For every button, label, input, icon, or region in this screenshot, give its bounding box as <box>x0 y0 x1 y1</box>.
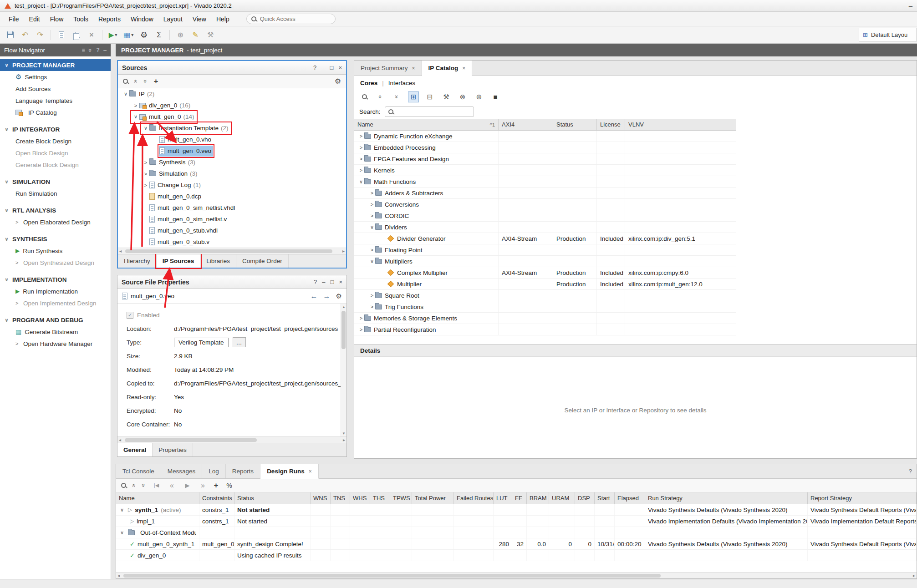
column-axi4[interactable]: AXI4 <box>499 119 553 130</box>
catalog-row-divider-generator[interactable]: Divider GeneratorAXI4-StreamProductionIn… <box>354 233 736 244</box>
chevron-right-icon[interactable]: > <box>142 160 149 165</box>
sidebar-item-run-simulation[interactable]: Run Simulation <box>0 188 111 199</box>
menu-reports[interactable]: Reports <box>93 13 126 25</box>
run-row-div-gen-0[interactable]: ✓div_gen_0 Using cached IP results <box>116 550 917 561</box>
sidebar-item-open-hardware-manager[interactable]: >Open Hardware Manager <box>0 338 111 350</box>
column-tpws[interactable]: TPWS <box>390 492 412 504</box>
sidebar-section-ip-integrator[interactable]: ∨IP INTEGRATOR <box>0 123 111 135</box>
tab-libraries[interactable]: Libraries <box>200 254 236 268</box>
catalog-row[interactable]: >Partial Reconfiguration <box>354 324 736 335</box>
horizontal-scrollbar[interactable]: ◂▸ <box>116 572 917 578</box>
chevron-right-icon[interactable]: > <box>142 171 149 177</box>
quick-access-search[interactable] <box>246 14 336 24</box>
sources-panel-header[interactable]: Sources ? – □ × <box>118 61 346 75</box>
sidebar-item-ip-catalog[interactable]: IP Catalog <box>0 106 111 118</box>
column-ff[interactable]: FF <box>512 492 527 504</box>
properties-panel-header[interactable]: Source File Properties ? – □ × <box>117 275 346 289</box>
back-icon[interactable]: ← <box>311 292 318 300</box>
column-total-power[interactable]: Total Power <box>412 492 454 504</box>
tab-log[interactable]: Log <box>202 464 226 478</box>
catalog-row[interactable]: >Trig Functions <box>354 301 736 313</box>
tree-row[interactable]: mult_gen_0_stub.v <box>118 236 346 248</box>
catalog-row-complex-multiplier[interactable]: Complex MultiplierAXI4-StreamProductionI… <box>354 267 736 279</box>
document-icon[interactable] <box>57 30 66 40</box>
column-uram[interactable]: URAM <box>549 492 575 504</box>
catalog-row[interactable]: >Square Root <box>354 290 736 301</box>
save-icon[interactable] <box>5 30 15 40</box>
menu-view[interactable]: View <box>188 13 211 25</box>
catalog-row[interactable]: >Kernels <box>354 165 736 176</box>
chevron-right-icon[interactable]: > <box>142 182 149 188</box>
tab-messages[interactable]: Messages <box>161 464 203 478</box>
column-wns[interactable]: WNS <box>311 492 331 504</box>
target-icon[interactable]: ⊕ <box>176 30 185 40</box>
column-name[interactable]: Name <box>116 492 199 504</box>
help-icon[interactable]: ? <box>313 64 316 71</box>
tree-row[interactable]: >Change Log(1) <box>118 179 346 191</box>
menu-window[interactable]: Window <box>126 13 158 25</box>
search-icon[interactable] <box>359 91 370 102</box>
tree-row[interactable]: >div_gen_0(16) <box>118 100 346 111</box>
catalog-row[interactable]: ∨Math Functions <box>354 176 736 188</box>
scroll-right-icon[interactable]: ▸ <box>913 573 915 578</box>
close-icon[interactable]: × <box>412 65 415 71</box>
sidebar-item-open-implemented-design[interactable]: >Open Implemented Design <box>0 297 111 309</box>
sigma-icon[interactable]: Σ <box>154 30 163 40</box>
tab-design-runs[interactable]: Design Runs× <box>260 464 319 479</box>
scroll-right-icon[interactable]: ▸ <box>343 437 345 442</box>
scrollbar-thumb[interactable] <box>341 311 346 349</box>
close-icon[interactable]: × <box>338 64 342 71</box>
chevron-right-icon[interactable]: > <box>132 103 139 108</box>
column-lut[interactable]: LUT <box>494 492 512 504</box>
customize-wrench-icon[interactable]: ⚒ <box>441 91 452 102</box>
delete-icon[interactable]: × <box>87 30 96 40</box>
tree-row[interactable]: mult_gen_0_stub.vhdl <box>118 225 346 236</box>
run-row-synth-1[interactable]: ∨▷synth_1(active) constrs_1 Not started … <box>116 504 917 516</box>
catalog-row[interactable]: >CORDIC <box>354 210 736 222</box>
sidebar-item-language-templates[interactable]: Language Templates <box>0 95 111 106</box>
tree-row-mult-gen-0[interactable]: ∨mult_gen_0(14) <box>118 111 346 122</box>
launch-runs-icon[interactable]: ▶ <box>183 481 192 491</box>
scrollbar-thumb[interactable] <box>125 438 257 442</box>
column-report-strategy[interactable]: Report Strategy <box>808 492 917 504</box>
catalog-row[interactable]: >Dynamic Function eXchange <box>354 131 736 142</box>
menu-edit[interactable]: Edit <box>24 13 45 25</box>
tree-row[interactable]: ∨IP(2) <box>118 88 346 100</box>
column-run-strategy[interactable]: Run Strategy <box>645 492 808 504</box>
tab-general[interactable]: General <box>117 443 153 456</box>
flat-view-icon[interactable]: ⊟ <box>424 91 435 102</box>
enabled-checkbox[interactable]: ✓ <box>127 312 133 319</box>
catalog-row[interactable]: >Conversions <box>354 199 736 210</box>
column-status[interactable]: Status <box>553 119 597 130</box>
column-dsp[interactable]: DSP <box>575 492 595 504</box>
column-license[interactable]: License <box>597 119 625 130</box>
scroll-right-icon[interactable]: ▸ <box>342 248 345 253</box>
hide-icon[interactable]: – <box>103 47 107 54</box>
details-header[interactable]: Details <box>354 344 917 357</box>
scroll-left-icon[interactable]: ◂ <box>117 573 120 578</box>
sidebar-item-generate-bitstream[interactable]: ▦Generate Bitstream <box>0 326 111 338</box>
stop-icon[interactable]: ■ <box>490 91 501 102</box>
catalog-row[interactable]: ∨Multipliers <box>354 256 736 267</box>
subnav-interfaces[interactable]: Interfaces <box>388 80 415 86</box>
tree-row[interactable]: >Synthesis(3) <box>118 157 346 168</box>
column-tns[interactable]: TNS <box>331 492 350 504</box>
scroll-down-icon[interactable]: ▾ <box>343 431 345 436</box>
collapse-all-icon[interactable]: « <box>375 91 386 102</box>
tree-row[interactable]: mult_gen_0_sim_netlist.v <box>118 213 346 225</box>
settings-gear-icon[interactable]: ⚙ <box>139 30 148 40</box>
minimize-icon[interactable]: – <box>322 279 325 285</box>
expand-all-icon[interactable]: » <box>142 80 149 83</box>
sidebar-item-open-block-design[interactable]: Open Block Design <box>0 147 111 159</box>
run-row-ooc-group[interactable]: ∨Out-of-Context Module Runs <box>116 527 917 538</box>
sidebar-item-settings[interactable]: ⚙Settings <box>0 71 111 83</box>
scroll-up-icon[interactable]: ▴ <box>343 304 345 309</box>
subnav-cores[interactable]: Cores <box>360 80 377 86</box>
sidebar-section-synthesis[interactable]: ∨SYNTHESIS <box>0 233 111 245</box>
menu-flow[interactable]: Flow <box>45 13 69 25</box>
vertical-scrollbar[interactable]: ▴▾ <box>341 304 346 436</box>
sidebar-section-rtl-analysis[interactable]: ∨RTL ANALYSIS <box>0 204 111 216</box>
hierarchy-view-icon[interactable]: ⊞ <box>408 91 419 102</box>
tab-tcl-console[interactable]: Tcl Console <box>116 464 161 478</box>
sidebar-item-create-block-design[interactable]: Create Block Design <box>0 135 111 147</box>
